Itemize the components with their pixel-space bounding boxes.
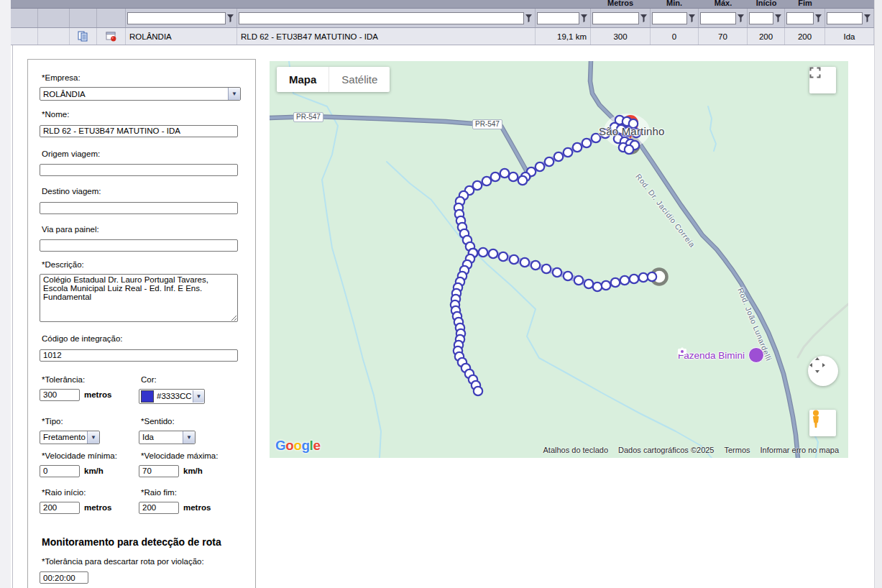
tolerancia-unit: metros — [84, 390, 111, 399]
raio-inicio-unit: metros — [84, 503, 111, 512]
row-cell-nome: RLD 62 - ETU3B47 MATUTINO - IDA — [237, 28, 536, 45]
filter-funnel-icon[interactable] — [863, 12, 872, 24]
via-label: Via para painel: — [42, 225, 255, 234]
filter-cell-sentido — [825, 9, 874, 27]
codigo-input[interactable] — [40, 349, 238, 362]
filter-input-metros[interactable] — [592, 12, 639, 24]
descricao-textarea[interactable]: Colégio Estadual Dr. Lauro Portugal Tava… — [40, 274, 238, 322]
raio-inicio-label: *Raio início: — [42, 488, 139, 497]
monitoramento-heading: Monitoramento para detecção de rota — [42, 536, 255, 548]
column-header-inicio[interactable]: Início — [756, 0, 777, 7]
filter-input-max[interactable] — [700, 12, 736, 24]
row-cell-raio-fim: 200 — [785, 28, 825, 45]
sentido-select[interactable]: Ida ▼ — [139, 431, 196, 444]
row-cell-raio-inicio: 200 — [748, 28, 785, 45]
cor-label: Cor: — [141, 375, 205, 385]
filter-input-inicio[interactable] — [749, 12, 773, 24]
grid-data-row[interactable]: ROLÂNDIA RLD 62 - ETU3B47 MATUTINO - IDA… — [11, 28, 874, 45]
page-divider-line — [12, 45, 13, 588]
column-header-metros[interactable]: Metros — [607, 0, 633, 7]
filter-funnel-icon[interactable] — [736, 12, 745, 24]
color-swatch — [141, 390, 154, 403]
row-cell-delete — [97, 28, 126, 45]
filter-cell-nome — [237, 9, 536, 27]
filter-funnel-icon[interactable] — [579, 12, 589, 24]
filter-funnel-icon[interactable] — [814, 12, 823, 24]
nome-input[interactable] — [40, 125, 238, 137]
filter-funnel-icon[interactable] — [524, 12, 533, 24]
row-cell-sentido: Ida — [825, 28, 874, 45]
filter-cell-empresa — [126, 9, 237, 27]
fullscreen-button[interactable] — [809, 67, 836, 93]
filter-input-extensao[interactable] — [537, 12, 579, 24]
chevron-down-icon: ▼ — [87, 431, 99, 444]
filter-funnel-icon[interactable] — [773, 12, 783, 24]
filter-funnel-icon[interactable] — [639, 12, 648, 24]
map-type-satellite-button[interactable]: Satélite — [329, 67, 390, 92]
vel-min-input[interactable] — [40, 465, 80, 477]
fullscreen-icon — [809, 67, 821, 78]
grid-filter-row — [11, 9, 874, 28]
delete-route-button[interactable] — [106, 31, 116, 42]
filter-funnel-icon[interactable] — [226, 12, 235, 24]
empresa-select[interactable]: ROLÂNDIA ▼ — [40, 87, 241, 101]
vertical-scrollbar[interactable] — [874, 0, 882, 588]
tolerancia-input[interactable] — [40, 389, 80, 401]
codigo-label: Código de integração: — [42, 334, 255, 344]
violacao-label: *Tolerância para descartar rota por viol… — [42, 557, 255, 566]
sentido-label: *Sentido: — [141, 417, 196, 426]
place-label-sao-martinho: São Martinho — [599, 125, 665, 137]
filter-cell-metros — [591, 9, 651, 27]
filter-input-min[interactable] — [652, 12, 687, 24]
filter-input-empresa[interactable] — [127, 12, 226, 24]
tipo-select-value: Fretamento — [43, 433, 86, 441]
raio-fim-unit: metros — [183, 503, 211, 512]
raio-fim-input[interactable] — [139, 502, 179, 514]
row-cell-extensao: 19,1 km — [536, 28, 591, 45]
tipo-select[interactable]: Fretamento ▼ — [40, 431, 100, 444]
filter-input-nome[interactable] — [239, 12, 524, 24]
filter-input-fim[interactable] — [786, 12, 814, 24]
vel-min-label: *Velocidade mínima: — [42, 451, 139, 461]
report-error-link[interactable]: Informar erro no mapa — [761, 446, 839, 454]
destino-input[interactable] — [40, 202, 238, 214]
origem-label: Origem viagem: — [42, 150, 255, 159]
destino-label: Destino viagem: — [42, 187, 255, 196]
cor-picker[interactable]: #3333CC ▼ — [139, 389, 205, 404]
vel-max-unit: km/h — [183, 467, 203, 475]
filter-funnel-icon[interactable] — [687, 12, 697, 24]
column-header-max[interactable]: Máx. — [715, 0, 732, 7]
google-map[interactable]: PR-547 PR-547 São Martinho Rod. Dr. Jací… — [270, 61, 848, 458]
filter-cell-blank-2 — [38, 9, 70, 27]
keyboard-shortcuts-link[interactable]: Atalhos do teclado — [543, 446, 609, 454]
poi-label: Fazenda Bimini — [678, 350, 745, 361]
copy-route-button[interactable] — [78, 31, 88, 42]
violacao-input[interactable] — [40, 571, 88, 584]
page-left-gutter — [0, 0, 11, 588]
poi-fazenda-bimini[interactable]: Fazenda Bimini — [678, 347, 764, 363]
filter-cell-blank-4 — [97, 9, 126, 27]
pan-control[interactable] — [808, 356, 838, 386]
chevron-down-icon: ▼ — [228, 88, 240, 100]
terms-link[interactable]: Termos — [725, 446, 750, 454]
vel-max-input[interactable] — [139, 465, 179, 477]
column-header-fim[interactable]: Fim — [798, 0, 812, 7]
camera-poi-icon — [748, 347, 764, 363]
grid-header-band: Metros Min. Máx. Início Fim — [11, 0, 874, 9]
filter-input-sentido[interactable] — [827, 12, 863, 24]
nome-label: *Nome: — [42, 110, 255, 119]
road-badge-pr547: PR-547 — [293, 112, 323, 122]
google-logo[interactable]: Google — [275, 438, 320, 454]
map-type-control: Mapa Satélite — [277, 67, 390, 92]
via-input[interactable] — [40, 239, 238, 252]
vel-min-unit: km/h — [84, 467, 104, 475]
origem-input[interactable] — [40, 164, 238, 176]
raio-inicio-input[interactable] — [40, 502, 80, 514]
column-header-min[interactable]: Min. — [666, 0, 682, 7]
tolerancia-label: *Tolerância: — [42, 375, 139, 385]
map-type-map-button[interactable]: Mapa — [277, 67, 329, 92]
filter-cell-inicio — [748, 9, 785, 27]
road-badge-pr547: PR-547 — [472, 119, 502, 129]
pegman-street-view[interactable] — [809, 410, 836, 436]
filter-cell-blank-3 — [70, 9, 97, 27]
